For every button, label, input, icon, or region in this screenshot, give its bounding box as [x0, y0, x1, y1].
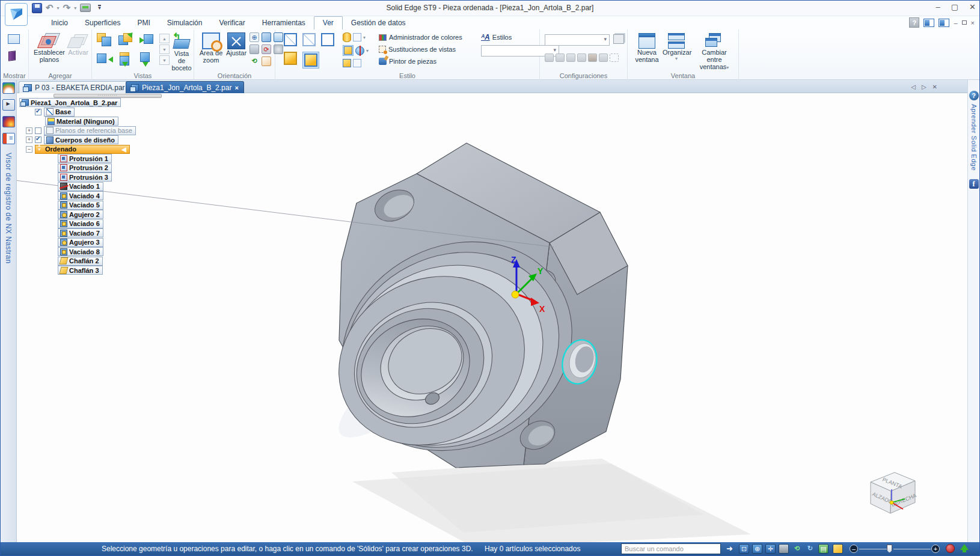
- tab-scroll-left-icon[interactable]: ◁: [911, 84, 916, 90]
- view-spin-down-icon[interactable]: ▼: [159, 44, 170, 54]
- tree-item[interactable]: Vaciado 4: [19, 191, 162, 201]
- show-all-icon[interactable]: [8, 50, 16, 61]
- tree-item-planos[interactable]: + Planos de referencia base: [19, 126, 162, 136]
- tree-item[interactable]: Protrusión 3: [19, 173, 162, 182]
- tab-close-icon[interactable]: ×: [234, 84, 238, 91]
- tab-herramientas[interactable]: Herramientas: [254, 17, 314, 29]
- tab-list-close-icon[interactable]: ✕: [933, 84, 937, 90]
- doc-tab-pieza1[interactable]: Pieza1_Jon_Artola_B_2.par ×: [126, 81, 244, 93]
- tree-item[interactable]: Protrusión 1: [19, 154, 162, 163]
- style-wireframe-icon[interactable]: [321, 33, 334, 46]
- tree-item[interactable]: Vaciado 5: [19, 201, 162, 210]
- view-right-icon[interactable]: [138, 33, 153, 47]
- report-list-icon[interactable]: [2, 133, 15, 144]
- base-checkbox[interactable]: [35, 109, 41, 115]
- tab-inicio[interactable]: Inicio: [43, 17, 76, 29]
- box-select-icon[interactable]: [353, 33, 361, 41]
- cuerpos-checkbox[interactable]: [35, 136, 41, 143]
- expand-icon[interactable]: +: [26, 127, 32, 134]
- learn-help-icon[interactable]: ?: [969, 91, 979, 100]
- section-sphere-icon[interactable]: [355, 46, 364, 55]
- view-cube[interactable]: PLANTA ALZADO DERECHA: [871, 472, 917, 513]
- zoom-selected-icon[interactable]: [262, 32, 271, 42]
- view-top-icon[interactable]: [117, 33, 133, 47]
- pan-icon[interactable]: [779, 544, 789, 554]
- tab-ver[interactable]: Ver: [314, 16, 343, 29]
- minimize-button[interactable]: –: [936, 2, 940, 11]
- tab-pmi[interactable]: PMI: [129, 17, 158, 29]
- administrador-colores-button[interactable]: Administrador de colores: [379, 33, 462, 41]
- view-front-icon[interactable]: [117, 52, 133, 67]
- tab-verificar[interactable]: Verificar: [210, 17, 253, 29]
- rotate-icon[interactable]: ⟲: [792, 544, 802, 554]
- tab-simulacion[interactable]: Simulación: [159, 17, 211, 29]
- tree-item[interactable]: Vaciado 1: [19, 182, 162, 192]
- cambiar-ventanas-button[interactable]: Cambiar entre ventanas▾: [694, 33, 735, 72]
- shaded-view-icon[interactable]: [833, 544, 843, 554]
- view-spin-up-icon[interactable]: ▲: [159, 34, 170, 43]
- doc-close-button[interactable]: ×: [971, 19, 975, 26]
- vista-boceto-button[interactable]: ↰ Vista de boceto: [170, 32, 193, 72]
- fit-icon[interactable]: ✛: [765, 544, 776, 554]
- zoom-icon[interactable]: ⊕: [250, 32, 259, 42]
- doc-minimize-button[interactable]: –: [954, 19, 957, 26]
- tree-root[interactable]: Pieza1_Jon_Artola_B_2.par: [19, 98, 162, 108]
- shaded-cube-icon[interactable]: [343, 59, 351, 67]
- tab-gestion-datos[interactable]: Gestión de datos: [343, 17, 414, 29]
- zoom-slider-handle[interactable]: [887, 545, 892, 553]
- view-left-icon[interactable]: [97, 52, 112, 67]
- command-forward-icon[interactable]: ➜: [724, 544, 735, 554]
- tree-item[interactable]: Vaciado 8: [19, 247, 162, 257]
- rotate-icon[interactable]: ⟳: [262, 44, 271, 54]
- planos-checkbox[interactable]: [35, 127, 41, 134]
- simulation-gauge-icon[interactable]: [2, 82, 15, 94]
- tree-item[interactable]: Agujero 3: [19, 238, 162, 248]
- tree-item-ordenado[interactable]: − Ordenado: [19, 145, 162, 154]
- view-iso-icon[interactable]: [97, 33, 112, 47]
- close-button[interactable]: ✕: [969, 2, 976, 11]
- tree-item[interactable]: Protrusión 2: [19, 163, 162, 173]
- config-save-icon[interactable]: [613, 34, 624, 44]
- help-icon[interactable]: ?: [909, 17, 919, 28]
- sketch-view-icon[interactable]: ▤: [818, 544, 828, 554]
- maximize-view-icon[interactable]: [960, 544, 969, 550]
- model-viewport[interactable]: Z Y X PLANTA ALZADO DERECHA ··········: [17, 93, 967, 542]
- tree-item[interactable]: Agujero 2: [19, 210, 162, 219]
- doc-restore-button[interactable]: [962, 20, 967, 25]
- tab-scroll-right-icon[interactable]: ▷: [922, 84, 926, 90]
- panes-layout2-icon[interactable]: [939, 19, 949, 27]
- show-hide-icon[interactable]: [8, 34, 20, 44]
- aprender-solid-edge-tab[interactable]: Aprender Solid Edge: [970, 104, 978, 171]
- collapse-icon[interactable]: −: [26, 146, 32, 153]
- style-shaded-icon[interactable]: [284, 52, 297, 65]
- establecer-planos-button[interactable]: Establecer planos: [34, 32, 65, 63]
- tree-item[interactable]: Vaciado 6: [19, 219, 162, 229]
- tree-item[interactable]: Chaflán 3: [19, 266, 162, 275]
- organizar-button[interactable]: Organizar ▾: [663, 33, 690, 61]
- ghost-cube-icon[interactable]: [353, 59, 361, 67]
- ajustar-button[interactable]: Ajustar: [224, 32, 248, 57]
- tree-item[interactable]: Chaflán 2: [19, 257, 162, 266]
- animation-player-icon[interactable]: [2, 99, 15, 111]
- refresh-icon[interactable]: ⟲: [250, 57, 259, 66]
- sketch-view-icon[interactable]: [250, 44, 259, 54]
- tree-item[interactable]: Vaciado 7: [19, 228, 162, 238]
- nx-nastran-log-tab[interactable]: Visor de registro de NX Nastran: [4, 153, 13, 264]
- texture-icon[interactable]: [343, 32, 351, 42]
- tree-item-base[interactable]: Base: [19, 108, 162, 117]
- sustituciones-vistas-button[interactable]: Sustituciones de vistas: [379, 45, 462, 53]
- app-menu-button[interactable]: [5, 3, 28, 26]
- panes-layout-icon[interactable]: [923, 19, 934, 27]
- style-wireframe-visible-icon[interactable]: [284, 33, 297, 46]
- redraw-icon[interactable]: [262, 57, 271, 66]
- view-spin-last-icon[interactable]: ▼: [159, 55, 170, 65]
- doc-tab-ebaketa[interactable]: P 03 - EBAKETA ERDIA.par ×: [19, 81, 137, 93]
- expand-icon[interactable]: +: [26, 136, 32, 143]
- tree-item-material[interactable]: Material (Ninguno): [19, 117, 162, 126]
- view-bottom-icon[interactable]: [138, 52, 153, 67]
- pintor-piezas-button[interactable]: Pintor de piezas: [379, 57, 462, 66]
- record-icon[interactable]: [946, 544, 955, 553]
- config-combo[interactable]: [545, 34, 610, 46]
- shaded-mini-selected[interactable]: [343, 45, 354, 56]
- nueva-ventana-button[interactable]: Nueva ventana: [632, 33, 661, 63]
